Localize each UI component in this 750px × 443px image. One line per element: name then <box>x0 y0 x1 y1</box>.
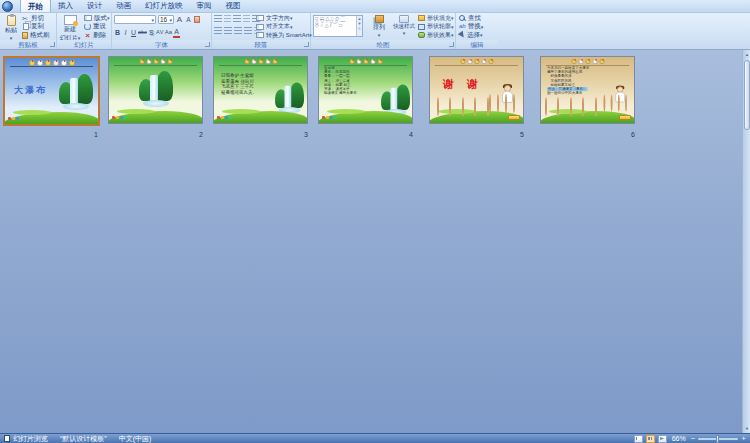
cut-button[interactable]: 剪切 <box>22 14 50 23</box>
children-row-illustration <box>544 98 602 116</box>
waterfall-illustration <box>381 83 410 115</box>
teacher-and-children-illustration <box>603 86 632 111</box>
grow-font-button[interactable]: A <box>176 15 183 24</box>
children-row-illustration <box>436 98 494 116</box>
bullets-button[interactable] <box>214 15 222 22</box>
copy-button[interactable]: 复制 <box>22 23 50 32</box>
language-label[interactable]: 中文(中国) <box>119 434 152 443</box>
zoom-in-button[interactable]: + <box>741 435 746 443</box>
font-size-combobox[interactable]: 16 ▾ <box>158 15 174 24</box>
numbering-button[interactable] <box>224 15 231 22</box>
slide-4-canvas[interactable]: 生字词 瀑布： 白花花的 叠叠： 一层一层 涌上： 冲上岸滩 如烟： 如雾 如尘… <box>318 56 413 124</box>
bold-button[interactable]: B <box>114 28 121 37</box>
slide-number: 2 <box>199 131 203 138</box>
align-center-button[interactable] <box>224 27 232 34</box>
birds-decoration <box>460 59 493 64</box>
slideshow-view-button[interactable] <box>658 435 667 443</box>
strikethrough-button[interactable]: abc <box>138 28 147 37</box>
align-text-button[interactable]: 对齐文本▾ <box>256 23 312 32</box>
slide-5-canvas[interactable]: 谢 谢 <box>429 56 524 124</box>
decrease-indent-button[interactable] <box>233 15 241 22</box>
zoom-slider-thumb[interactable] <box>716 435 719 443</box>
slide-3-canvas[interactable]: 日照香炉 生紫烟 遥看瀑布 挂前川 飞流直下 三千尺 疑是银河落九天。 <box>213 56 308 124</box>
find-button[interactable]: 查找 <box>459 14 483 23</box>
chevron-down-icon: ▾ <box>169 17 172 23</box>
dialog-launcher-icon[interactable] <box>205 42 210 47</box>
zoom-slider[interactable] <box>698 438 738 440</box>
justify-button[interactable] <box>244 27 252 34</box>
slide-sorter-view-button[interactable] <box>646 435 655 443</box>
ribbon-group-paragraph: 文字方向▾ 对齐文本▾ 转换为 SmartArt▾ 段落 <box>212 13 311 49</box>
slides-group-label: 幻灯片 <box>74 41 94 48</box>
normal-view-button[interactable] <box>634 435 643 443</box>
text-direction-button[interactable]: 文字方向▾ <box>256 14 312 23</box>
slide-thumbnail-2[interactable]: 2 <box>108 56 207 140</box>
arrange-label: 排列 <box>373 23 385 32</box>
scroll-up-icon[interactable]: ▲ <box>743 50 750 59</box>
vertical-scrollbar[interactable]: ▲ ▼ <box>742 50 750 433</box>
tab-home[interactable]: 开始 <box>20 0 51 12</box>
slide-2-canvas[interactable] <box>108 56 203 124</box>
scrollbar-thumb[interactable] <box>744 60 750 130</box>
slide-6-canvas[interactable]: 今天我们一起欣赏了大瀑布 感受了瀑布的雄伟壮观 好像叠叠的浪 又像阵阵的风 如烟… <box>540 56 635 124</box>
align-left-button[interactable] <box>214 27 222 34</box>
shrink-font-button[interactable]: A <box>185 15 192 24</box>
paste-label: 粘贴 <box>5 26 17 35</box>
arrange-button[interactable]: 排列 ▾ <box>369 14 389 39</box>
font-name-combobox[interactable]: ▾ <box>114 15 156 24</box>
ribbon-tab-bar: 开始 插入 设计 动画 幻灯片放映 审阅 视图 <box>0 0 750 13</box>
shape-effects-button[interactable]: 形状效果▾ <box>418 31 454 40</box>
increase-indent-button[interactable] <box>243 15 250 22</box>
tab-view[interactable]: 视图 <box>219 0 248 12</box>
dialog-launcher-icon[interactable] <box>304 42 309 47</box>
paste-icon <box>7 15 16 26</box>
select-label: 选择 <box>467 31 480 40</box>
shape-outline-button[interactable]: 形状轮廓▾ <box>418 23 454 32</box>
text-shadow-button[interactable]: S <box>148 28 155 37</box>
scroll-down-icon[interactable]: ▼ <box>743 424 750 433</box>
convert-smartart-button[interactable]: 转换为 SmartArt▾ <box>256 31 312 40</box>
slide-thumbnail-1[interactable]: 大瀑布 1 <box>3 56 102 140</box>
view-mode-label: 幻灯片浏览 <box>13 434 48 443</box>
slide-thumbnail-5[interactable]: 谢 谢 <box>429 56 528 140</box>
format-painter-label: 格式刷 <box>30 31 50 40</box>
delete-label: 删除 <box>93 31 106 40</box>
shape-fill-button[interactable]: 形状填充▾ <box>418 14 454 23</box>
zoom-level-value[interactable]: 66% <box>672 435 686 442</box>
tab-slideshow[interactable]: 幻灯片放映 <box>138 0 190 12</box>
ribbon: 粘贴 ▾ 剪切 复制 格式刷 <box>0 13 750 50</box>
italic-button[interactable]: I <box>122 28 129 37</box>
tab-animations[interactable]: 动画 <box>109 0 138 12</box>
office-orb-icon[interactable] <box>2 1 13 12</box>
font-color-button[interactable]: A <box>173 27 180 38</box>
dialog-launcher-icon[interactable] <box>449 42 454 47</box>
quick-styles-button[interactable]: 快速样式 ▾ <box>391 14 417 37</box>
paste-button[interactable]: 粘贴 ▾ <box>2 14 20 42</box>
slide-thumbnail-4[interactable]: 生字词 瀑布： 白花花的 叠叠： 一层一层 涌上： 冲上岸滩 如烟： 如雾 如尘… <box>318 56 417 140</box>
shapes-gallery[interactable]: □ ▭ △ ○ ◇ ⌒ △ ▽ ○ □ ☆ — ◇ ○ △ / ⌒ □ ▲▼≡ <box>313 15 363 37</box>
reset-button[interactable]: 重设 <box>84 23 110 32</box>
layout-button[interactable]: 版式▾ <box>84 14 110 23</box>
slide-5-title: 谢 谢 <box>443 77 483 92</box>
slide-1-canvas[interactable]: 大瀑布 <box>3 56 100 126</box>
tab-design[interactable]: 设计 <box>80 0 109 12</box>
dialog-launcher-icon[interactable] <box>50 42 55 47</box>
character-spacing-button[interactable]: AV <box>156 28 164 37</box>
clear-formatting-button[interactable] <box>194 16 200 23</box>
delete-slide-button[interactable]: × 删除 <box>84 31 110 40</box>
tab-review[interactable]: 审阅 <box>190 0 219 12</box>
zoom-out-button[interactable]: − <box>691 435 696 443</box>
delete-icon: × <box>84 32 91 39</box>
shapes-gallery-scrollbar[interactable]: ▲▼≡ <box>356 16 362 36</box>
slide-thumbnail-6[interactable]: 今天我们一起欣赏了大瀑布 感受了瀑布的雄伟壮观 好像叠叠的浪 又像阵阵的风 如烟… <box>540 56 639 140</box>
copy-icon <box>23 23 29 30</box>
slide-thumbnail-3[interactable]: 日照香炉 生紫烟 遥看瀑布 挂前川 飞流直下 三千尺 疑是银河落九天。 3 <box>213 56 312 140</box>
tab-insert[interactable]: 插入 <box>51 0 80 12</box>
slide-sorter-area[interactable]: 大瀑布 1 <box>0 50 750 433</box>
corner-tag-decoration <box>619 115 631 120</box>
underline-button[interactable]: U <box>130 28 137 37</box>
format-painter-button[interactable]: 格式刷 <box>22 31 50 40</box>
change-case-button[interactable]: Aa <box>165 28 172 37</box>
align-right-button[interactable] <box>234 27 242 34</box>
select-button[interactable]: 选择▾ <box>459 31 483 40</box>
